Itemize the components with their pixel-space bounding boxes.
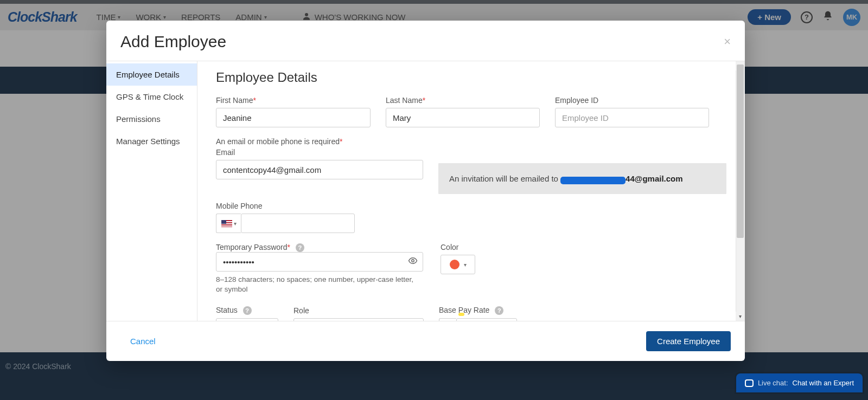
label-email: Email	[216, 148, 423, 157]
last-name-input[interactable]	[386, 108, 540, 127]
pay-rate-input[interactable]	[456, 318, 517, 321]
chat-widget[interactable]: Live chat: Chat with an Expert	[736, 373, 863, 392]
us-flag-icon	[221, 220, 232, 227]
mobile-phone-input[interactable]	[241, 214, 355, 233]
create-employee-button[interactable]: Create Employee	[646, 331, 731, 351]
chat-label: Chat with an Expert	[793, 379, 854, 387]
label-mobile-phone: Mobile Phone	[216, 202, 355, 210]
help-icon[interactable]: ?	[495, 306, 503, 315]
color-swatch	[450, 260, 459, 269]
invitation-notice: An invitation will be emailed to 44@gmai…	[438, 163, 726, 194]
employee-id-input[interactable]	[555, 108, 709, 127]
status-select[interactable]: Active ▾	[216, 318, 278, 321]
highlight-mark	[458, 313, 464, 316]
tab-gps-time-clock[interactable]: GPS & Time Clock	[106, 86, 197, 108]
label-color: Color	[441, 243, 475, 251]
tab-permissions[interactable]: Permissions	[106, 108, 197, 130]
tab-employee-details[interactable]: Employee Details	[106, 63, 197, 86]
svg-point-1	[412, 260, 414, 262]
modal-content: Employee Details First Name* Last Name* …	[197, 61, 745, 321]
scroll-down-icon[interactable]: ▾	[736, 312, 745, 321]
password-hint: 8–128 characters; no spaces; one number,…	[216, 275, 417, 294]
help-icon[interactable]: ?	[296, 243, 304, 252]
label-temp-password: Temporary Password* ?	[216, 243, 304, 251]
temp-password-input[interactable]	[216, 252, 423, 272]
role-select[interactable]: Employee ▾	[293, 318, 424, 321]
label-employee-id: Employee ID	[555, 96, 709, 105]
chevron-down-icon: ▾	[234, 221, 237, 227]
modal-sidebar: Employee Details GPS & Time Clock Permis…	[106, 61, 197, 321]
currency-prefix: $	[439, 318, 456, 321]
help-icon[interactable]: ?	[243, 306, 252, 315]
redacted-email	[560, 177, 626, 184]
email-input[interactable]	[216, 160, 423, 179]
scrollbar[interactable]: ▴ ▾	[736, 61, 745, 321]
label-role: Role	[293, 306, 424, 315]
chat-icon	[745, 379, 754, 387]
country-code-select[interactable]: ▾	[216, 214, 241, 233]
label-first-name: First Name*	[216, 96, 371, 105]
add-employee-modal: Add Employee × Employee Details GPS & Ti…	[106, 21, 745, 361]
modal-title: Add Employee	[120, 33, 226, 51]
chevron-down-icon: ▾	[464, 262, 467, 268]
label-last-name: Last Name*	[386, 96, 540, 105]
label-status: Status ?	[216, 306, 278, 315]
modal-footer: Cancel Create Employee	[106, 321, 745, 361]
eye-icon[interactable]	[408, 256, 418, 268]
cancel-button[interactable]: Cancel	[130, 337, 156, 346]
color-picker[interactable]: ▾	[441, 255, 475, 274]
close-icon[interactable]: ×	[724, 35, 731, 49]
label-base-pay-rate: Base Pay Rate ?	[439, 306, 517, 315]
modal-header: Add Employee ×	[106, 21, 745, 61]
chat-prefix: Live chat:	[758, 379, 788, 387]
section-title: Employee Details	[216, 70, 726, 85]
tab-manager-settings[interactable]: Manager Settings	[106, 130, 197, 152]
contact-required-hint: An email or mobile phone is required*	[216, 137, 726, 146]
first-name-input[interactable]	[216, 108, 371, 127]
scroll-thumb[interactable]	[737, 64, 744, 238]
